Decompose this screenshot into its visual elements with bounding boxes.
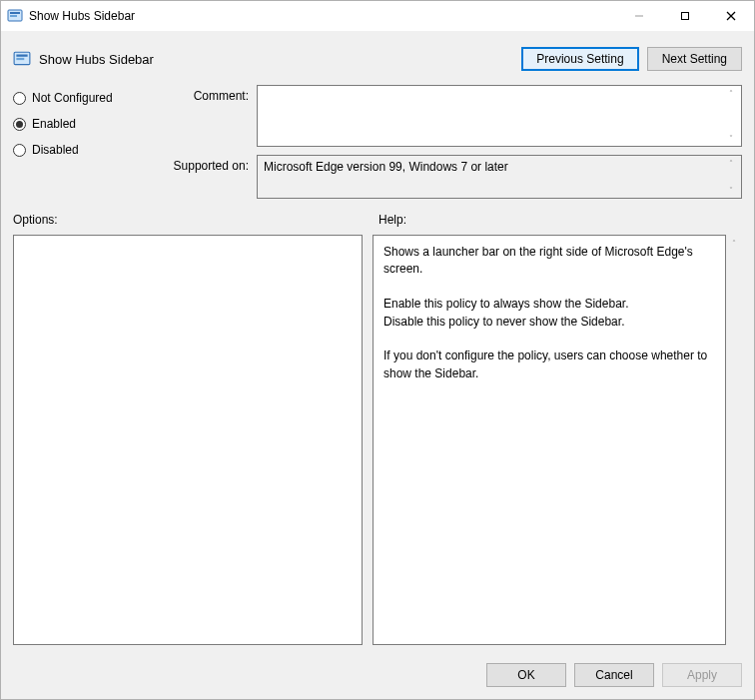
- comment-input[interactable]: ˄˅: [257, 85, 742, 147]
- supported-scroll[interactable]: ˄˅: [724, 156, 738, 198]
- radio-icon: [13, 144, 26, 157]
- supported-value: Microsoft Edge version 99, Windows 7 or …: [264, 160, 508, 174]
- window-title: Show Hubs Sidebar: [29, 9, 616, 23]
- comment-scroll[interactable]: ˄˅: [724, 86, 738, 146]
- previous-setting-button[interactable]: Previous Setting: [521, 47, 638, 71]
- policy-header: Show Hubs Sidebar Previous Setting Next …: [13, 41, 742, 77]
- radio-label: Enabled: [32, 117, 76, 131]
- help-pane: Shows a launcher bar on the right side o…: [373, 235, 726, 645]
- state-radio-group: Not Configured Enabled Disabled: [13, 85, 163, 199]
- svg-rect-2: [10, 15, 17, 17]
- radio-enabled[interactable]: Enabled: [13, 117, 163, 131]
- radio-label: Not Configured: [32, 91, 113, 105]
- supported-row: Supported on: Microsoft Edge version 99,…: [171, 155, 742, 199]
- cancel-button[interactable]: Cancel: [574, 663, 654, 687]
- supported-on-box: Microsoft Edge version 99, Windows 7 or …: [257, 155, 742, 199]
- footer-buttons: OK Cancel Apply: [13, 653, 742, 687]
- radio-not-configured[interactable]: Not Configured: [13, 91, 163, 105]
- options-pane: [13, 235, 363, 645]
- panes-row: Shows a launcher bar on the right side o…: [13, 235, 742, 645]
- titlebar: Show Hubs Sidebar: [1, 1, 754, 31]
- ok-button[interactable]: OK: [486, 663, 566, 687]
- chevron-down-icon: ˅: [724, 186, 738, 195]
- comment-label: Comment:: [171, 85, 249, 103]
- radio-disabled[interactable]: Disabled: [13, 143, 163, 157]
- radio-icon: [13, 92, 26, 105]
- radio-icon: [13, 118, 26, 131]
- chevron-down-icon: ˅: [724, 134, 738, 143]
- section-labels: Options: Help:: [13, 213, 742, 227]
- minimize-button[interactable]: [616, 1, 662, 31]
- maximize-button[interactable]: [662, 1, 708, 31]
- content-area: Show Hubs Sidebar Previous Setting Next …: [1, 31, 754, 699]
- chevron-up-icon: ˄: [724, 89, 738, 98]
- close-button[interactable]: [708, 1, 754, 31]
- supported-label: Supported on:: [171, 155, 249, 173]
- next-setting-button[interactable]: Next Setting: [647, 47, 742, 71]
- policy-editor-window: Show Hubs Sidebar Show Hubs S: [0, 0, 755, 700]
- window-controls: [616, 1, 754, 31]
- svg-rect-8: [16, 55, 27, 57]
- policy-title: Show Hubs Sidebar: [39, 52, 154, 67]
- radio-label: Disabled: [32, 143, 79, 157]
- apply-button[interactable]: Apply: [662, 663, 742, 687]
- policy-app-icon: [7, 8, 23, 24]
- state-and-fields: Not Configured Enabled Disabled Comment:…: [13, 85, 742, 199]
- help-scroll[interactable]: ˄: [726, 235, 742, 645]
- options-label: Options:: [13, 213, 363, 227]
- chevron-up-icon: ˄: [726, 239, 742, 248]
- help-wrap: Shows a launcher bar on the right side o…: [373, 235, 742, 645]
- chevron-up-icon: ˄: [724, 159, 738, 168]
- comment-row: Comment: ˄˅: [171, 85, 742, 147]
- policy-icon: [13, 50, 31, 68]
- svg-rect-9: [16, 58, 24, 60]
- help-label: Help:: [373, 213, 742, 227]
- fields-column: Comment: ˄˅ Supported on: Microsoft Edge…: [171, 85, 742, 199]
- svg-rect-1: [10, 12, 20, 14]
- svg-rect-4: [682, 13, 689, 20]
